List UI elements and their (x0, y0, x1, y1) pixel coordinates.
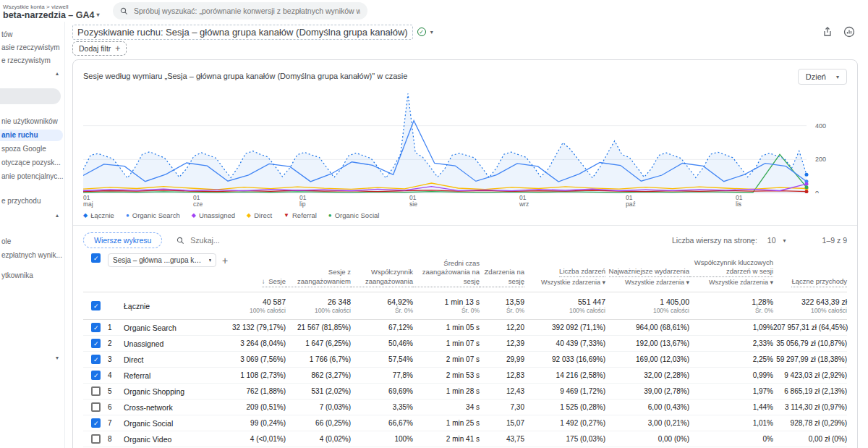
metric-value: 3 264 (8,04%) (232, 339, 286, 347)
column-header[interactable]: Łączne przychody (773, 253, 847, 292)
row-checkbox[interactable] (91, 323, 101, 332)
sidebar-item[interactable]: otyczące pozysk... (0, 157, 64, 169)
table-row[interactable]: 6Cross-network209 (0,51%)7 (0,03%)3,35%3… (83, 400, 847, 415)
sidebar-item[interactable]: nie użytkowników (0, 116, 64, 127)
add-dimension-button[interactable]: + (222, 255, 228, 266)
add-filter-button[interactable]: Dodaj filtr + (72, 41, 127, 56)
row-number: 8 (108, 435, 124, 443)
global-search[interactable] (113, 2, 367, 20)
row-checkbox[interactable] (91, 418, 101, 428)
row-checkbox[interactable] (91, 371, 101, 380)
sidebar-item[interactable]: anie ruchu (0, 130, 63, 141)
metric-value: 40 439 (7,33%) (524, 339, 605, 347)
chevron-up-icon[interactable]: ▴ (0, 69, 64, 78)
table-row[interactable]: 4Referral1 108 (2,73%)862 (3,27%)77,8%2 … (83, 368, 847, 384)
channel-name: Organic Search (124, 324, 232, 332)
row-number: 4 (108, 371, 124, 379)
legend-item[interactable]: ▼Referral (284, 211, 317, 219)
sidebar-item[interactable]: spoza Google (0, 143, 64, 155)
row-checkbox[interactable] (91, 355, 101, 364)
column-header[interactable]: Liczba zdarzeńWszystkie zdarzenia ▾ (524, 253, 605, 292)
sidebar-item[interactable]: e rzeczywistym (0, 55, 64, 67)
legend-item[interactable]: ◆Direct (247, 211, 272, 219)
x-axis-label: 01paź (626, 195, 636, 208)
sidebar-item[interactable]: ezpłatnych wynik... (0, 250, 64, 261)
row-checkbox[interactable] (91, 386, 101, 396)
row-checkbox[interactable] (91, 402, 101, 412)
sidebar-item[interactable]: tów (0, 29, 64, 41)
chevron-down-icon[interactable]: ▾ (0, 354, 64, 363)
totals-cell: 551 447100% całości (524, 297, 605, 314)
metric-value: 1 min 25 s (413, 419, 480, 427)
metric-value: 67,12% (351, 324, 413, 331)
metric-value: 2 min 53 s (413, 371, 480, 379)
totals-cell: 64,92%Śr. 0% (351, 297, 413, 314)
legend-item[interactable]: ◆Unassigned (192, 211, 235, 219)
dimension-select[interactable]: Sesja – główna ...grupa kanałów) ▾ (108, 253, 216, 267)
chart-rows-button[interactable]: Wiersze wykresu (83, 232, 162, 248)
sidebar-item[interactable]: anie potencjalnyc... (0, 171, 64, 182)
totals-checkbox[interactable] (91, 301, 101, 310)
metric-value: 7,30 (480, 403, 524, 411)
metric-value: 1 min 07 s (413, 339, 480, 347)
column-header[interactable]: Sesje z zaangażowaniem (286, 253, 351, 292)
rows-per-page-select[interactable]: 10 ▾ (765, 234, 789, 246)
table-row[interactable]: 2Unassigned3 264 (8,04%)1 647 (6,25%)50,… (83, 336, 847, 352)
sessions-chart[interactable]: 0200400 (83, 92, 847, 193)
column-header[interactable]: Zdarzenia na sesję (480, 253, 524, 292)
column-header[interactable]: Średni czas zaangażowania na sesję (413, 253, 480, 292)
table-row[interactable]: 8Organic Video4 (<0,01%)4 (0,02%)100%2 m… (83, 431, 847, 447)
legend-item[interactable]: ●Organic Social (328, 211, 380, 219)
chevron-up-icon[interactable]: ▴ (0, 211, 64, 220)
legend-item[interactable]: ◆Łącznie (83, 211, 114, 219)
totals-cell: 13,59Śr. 0% (480, 297, 524, 314)
table-row[interactable]: 7Organic Social99 (0,24%)66 (0,25%)66,67… (83, 415, 847, 431)
metric-value: 99 (0,24%) (232, 419, 286, 427)
sidebar-item[interactable]: ytkownika (0, 270, 64, 282)
channel-name: Organic Video (124, 435, 232, 444)
chart-title: Sesje według wymiaru „Sesja – główna gru… (83, 69, 407, 80)
table-search-input[interactable] (190, 236, 277, 245)
legend-label: Referral (292, 211, 317, 219)
account-name: beta-narzedzia – GA4 (3, 10, 94, 20)
totals-cell: 1 405,00100% całości (605, 297, 689, 314)
column-header[interactable]: ↓ Sesje (232, 253, 286, 292)
account-switcher[interactable]: beta-narzedzia – GA4 ▾ (3, 10, 106, 20)
global-search-input[interactable] (134, 7, 360, 15)
sidebar-item[interactable]: e przychodu (0, 195, 64, 207)
table-row[interactable]: 5Organic Shopping762 (1,88%)531 (2,02%)6… (83, 384, 847, 400)
column-header[interactable]: Najważniejsze wydarzeniaWszystkie zdarze… (605, 253, 689, 292)
insights-icon[interactable] (843, 26, 855, 38)
search-icon (176, 237, 184, 245)
share-icon[interactable] (822, 26, 833, 38)
column-subfilter[interactable]: Wszystkie zdarzenia ▾ (625, 279, 689, 287)
sidebar-item[interactable]: ole (0, 236, 64, 248)
table-row[interactable]: 3Direct3 069 (7,56%)1 766 (6,7%)57,54%2 … (83, 352, 847, 368)
granularity-select[interactable]: Dzień ▾ (798, 69, 847, 85)
metric-value: 1 647 (6,25%) (286, 339, 351, 347)
select-all-checkbox[interactable] (91, 253, 101, 263)
column-subfilter[interactable]: Wszystkie zdarzenia ▾ (709, 279, 773, 287)
sidebar-item[interactable]: asie rzeczywistym (0, 42, 64, 54)
metric-value: 14 216 (2,58%) (524, 371, 605, 379)
metric-value: 2,33% (689, 339, 773, 347)
metric-value: 92 033 (16,69%) (524, 355, 605, 363)
column-subfilter[interactable]: Wszystkie zdarzenia ▾ (541, 279, 605, 287)
x-axis-labels: 01maj01cze01lip01sie01wrz01paź01lis (83, 195, 847, 208)
metric-value: 2 min 41 s (413, 435, 480, 443)
table-search[interactable] (176, 236, 277, 245)
page-title[interactable]: Pozyskiwanie ruchu: Sesja – główna grupa… (72, 25, 413, 40)
metric-value: 43,75 (480, 435, 524, 443)
report-chevron-down-icon[interactable]: ▾ (430, 29, 433, 35)
sidebar-highlight[interactable] (0, 88, 61, 104)
metric-value: 1 492 (0,27%) (524, 419, 605, 427)
breadcrumb[interactable]: Wszystkie konta > vizwell (3, 4, 106, 10)
rows-per-page-value: 10 (767, 236, 776, 245)
column-header[interactable]: Współczynnik kluczowych zdarzeń w sesjiW… (689, 253, 773, 292)
legend-item[interactable]: ●Organic Search (126, 211, 180, 219)
column-header[interactable]: Współczynnik zaangażowania (351, 253, 413, 292)
row-checkbox[interactable] (91, 434, 101, 444)
metric-value: 964,00 (68,61%) (605, 324, 689, 331)
row-checkbox[interactable] (91, 339, 101, 348)
table-row[interactable]: 1Organic Search32 132 (79,17%)21 567 (81… (83, 320, 847, 336)
